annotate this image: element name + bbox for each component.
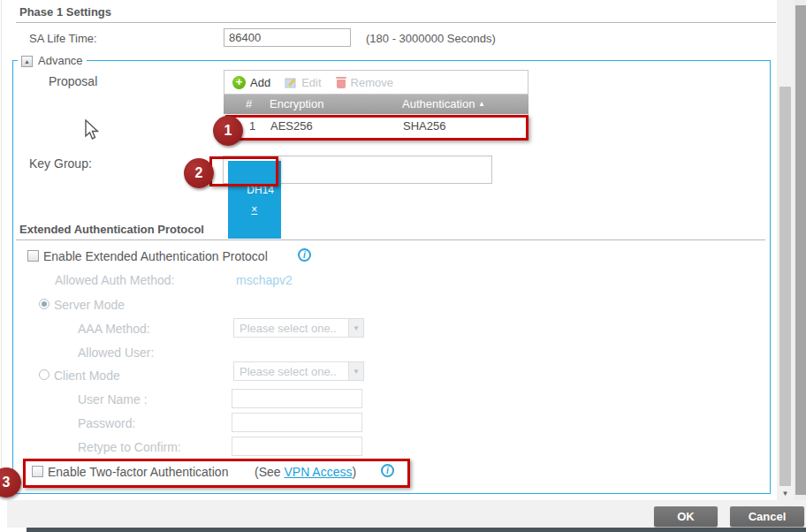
user-name-label: User Name :: [78, 392, 148, 407]
chevron-down-icon: ▼: [348, 362, 363, 380]
retype-confirm-input[interactable]: [232, 437, 362, 456]
sa-life-time-hint: (180 - 3000000 Seconds): [366, 32, 496, 46]
callout-2: 2: [184, 158, 214, 188]
ok-button[interactable]: OK: [654, 506, 718, 527]
scrollbar-thumb[interactable]: [779, 87, 791, 486]
section-title-phase1: Phase 1 Settings: [19, 5, 111, 19]
dialog-left-edge: [1, 0, 2, 495]
add-button[interactable]: + Add: [232, 76, 270, 89]
client-mode-label: Client Mode: [54, 369, 120, 383]
enable-eap-label: Enable Extended Authentication Protocol: [43, 249, 268, 263]
column-header-encryption[interactable]: Encryption: [270, 97, 323, 111]
column-header-authentication[interactable]: Authentication ▲: [402, 97, 485, 111]
annotation-box-1: [225, 115, 528, 141]
eap-info-icon[interactable]: i: [298, 248, 311, 262]
scrollbar-down-arrow-icon[interactable]: ▼: [777, 488, 794, 499]
sort-ascending-icon: ▲: [478, 100, 485, 108]
proposal-table-header: # Encryption Authentication ▲: [224, 95, 528, 114]
allowed-user-value: Please select one..: [240, 365, 337, 378]
edit-pencil-icon: [285, 76, 297, 88]
add-plus-icon: +: [232, 76, 246, 89]
aaa-method-select[interactable]: Please select one.. ▼: [233, 318, 364, 338]
password-label: Password:: [78, 416, 135, 430]
aaa-method-label: AAA Method:: [78, 322, 150, 336]
advance-header[interactable]: ▲ Advance: [18, 54, 87, 68]
enable-eap-checkbox[interactable]: [27, 250, 39, 262]
remove-button[interactable]: Remove: [336, 76, 393, 89]
annotation-box-3: [23, 459, 410, 488]
phase1-settings-dialog: { "colors": { "accent_cyan": "#2aabe2", …: [0, 0, 806, 532]
window-bottom-edge: [27, 528, 806, 532]
section-title-eap: Extended Authentication Protocol: [19, 223, 204, 237]
collapse-arrow-icon[interactable]: ▲: [21, 56, 33, 67]
server-mode-radio[interactable]: [39, 299, 49, 309]
sa-life-time-input[interactable]: [224, 28, 351, 47]
proposal-label: Proposal: [49, 74, 97, 88]
annotation-box-2: [209, 156, 278, 186]
server-mode-label: Server Mode: [54, 298, 125, 312]
cancel-button[interactable]: Cancel: [730, 506, 804, 527]
trash-icon: [336, 76, 346, 88]
proposal-toolbar: + Add Edit Remove: [224, 70, 528, 95]
chip-remove-icon[interactable]: ×: [251, 203, 257, 216]
add-button-label: Add: [250, 76, 270, 89]
aaa-method-value: Please select one..: [240, 322, 337, 335]
advance-label[interactable]: Advance: [38, 54, 83, 68]
mouse-cursor: [85, 119, 101, 141]
password-input[interactable]: [232, 413, 362, 432]
remove-button-label: Remove: [351, 76, 393, 89]
callout-1: 1: [213, 116, 243, 146]
user-name-input[interactable]: [232, 389, 362, 408]
key-group-label: Key Group:: [29, 156, 92, 171]
sa-life-time-label: SA Life Time:: [29, 32, 97, 46]
chevron-down-icon: ▼: [348, 319, 363, 337]
allowed-auth-method-label: Allowed Auth Method:: [55, 273, 174, 287]
window-scrollbar-thumb[interactable]: [795, 5, 806, 495]
section-divider: [16, 22, 776, 23]
edit-button[interactable]: Edit: [285, 76, 321, 89]
retype-confirm-label: Retype to Confirm:: [78, 440, 181, 454]
allowed-auth-method-value: mschapv2: [236, 273, 293, 287]
eap-divider: [16, 239, 765, 240]
edit-button-label: Edit: [301, 76, 321, 89]
column-header-num[interactable]: #: [246, 97, 252, 111]
allowed-user-select[interactable]: Please select one.. ▼: [233, 361, 364, 381]
client-mode-radio[interactable]: [39, 369, 49, 380]
allowed-user-label: Allowed User:: [78, 346, 154, 360]
